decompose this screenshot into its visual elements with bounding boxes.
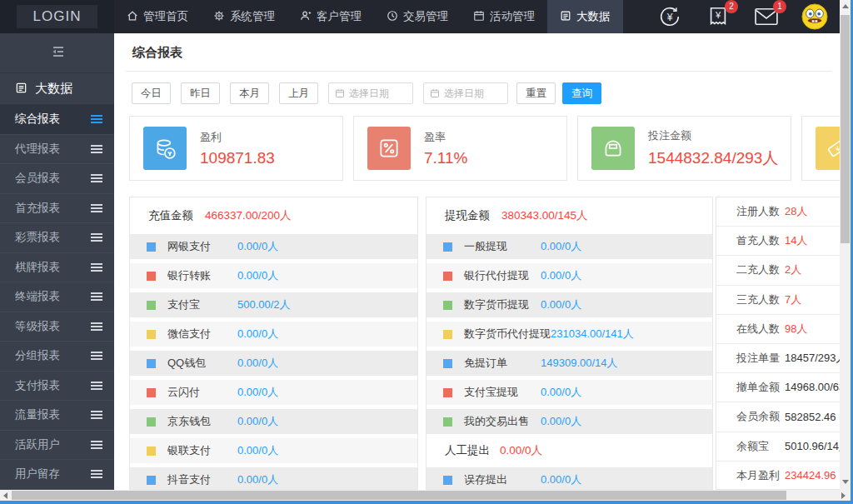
- main-content: 综合报表 今日 昨日 本月 上月 选择日期 选择日期 重置 查询 盈利 1098…: [114, 33, 840, 490]
- nav-item-label: 活动管理: [490, 9, 535, 24]
- summary-row: 余额宝 5010.96/14人: [716, 432, 840, 462]
- topbar-actions: ¥ ¥ 2 1: [656, 0, 828, 33]
- row-label: 投注单量: [736, 351, 785, 366]
- sidebar-collapse-button[interactable]: [0, 33, 114, 73]
- scroll-left-arrow-icon[interactable]: [3, 492, 7, 499]
- collapse-icon: [50, 45, 65, 62]
- legend-square: [147, 242, 156, 252]
- nav-item-label: 交易管理: [403, 9, 448, 24]
- nav-item-home[interactable]: 管理首页: [114, 0, 201, 33]
- row-label: 网银支付: [167, 239, 237, 254]
- menu-icon: [91, 145, 102, 147]
- sidebar-item-label: 等级报表: [15, 319, 60, 334]
- receipt-icon[interactable]: ¥ 2: [705, 3, 731, 30]
- sidebar-item-payment-report[interactable]: 支付报表: [0, 372, 114, 402]
- row-label: 云闪付: [167, 385, 237, 400]
- sidebar-item-traffic-report[interactable]: 流量报表: [0, 401, 114, 431]
- scroll-up-arrow-icon[interactable]: [842, 4, 849, 8]
- legend-square: [147, 359, 156, 368]
- nav-item-label: 客户管理: [317, 9, 362, 24]
- this-month-button[interactable]: 本月: [230, 82, 269, 104]
- calendar-icon: [430, 88, 440, 98]
- row-value: 5010.96/14人: [785, 439, 840, 454]
- table-row: 云闪付 0.00/0人: [130, 380, 417, 405]
- row-value: 0.00/0人: [237, 356, 278, 371]
- sidebar-item-label: 活跃用户: [15, 437, 60, 452]
- sidebar-item-label: 支付报表: [15, 378, 60, 393]
- row-label: 京东钱包: [167, 414, 237, 429]
- row-value: 0.00/0人: [541, 268, 581, 283]
- nav-item-customers[interactable]: 客户管理: [287, 0, 374, 33]
- sidebar-item-first-deposit-report[interactable]: 首充报表: [0, 194, 114, 224]
- scroll-right-arrow-icon[interactable]: [841, 492, 846, 499]
- partial-card: ¥: [801, 116, 840, 181]
- vertical-scrollbar[interactable]: [840, 0, 851, 490]
- vertical-scrollbar-thumb[interactable]: [841, 15, 850, 243]
- menu-icon: [91, 322, 102, 324]
- row-label: 微信支付: [167, 327, 237, 342]
- filter-toolbar: 今日 昨日 本月 上月 选择日期 选择日期 重置 查询: [132, 82, 840, 104]
- sidebar: 大数据 综合报表 代理报表 会员报表 首充报表 彩票报表 棋牌报表 终端报表 等…: [0, 33, 114, 490]
- sidebar-item-level-report[interactable]: 等级报表: [0, 312, 114, 342]
- summary-row: 二充人数 2人: [716, 256, 840, 285]
- nav-item-activities[interactable]: 活动管理: [461, 0, 547, 33]
- menu-icon: [91, 411, 102, 412]
- sidebar-item-user-retention[interactable]: 用户留存: [0, 460, 114, 490]
- query-button[interactable]: 查询: [562, 82, 601, 104]
- row-value: 7人: [785, 292, 801, 307]
- currency-refresh-icon[interactable]: ¥: [656, 3, 683, 30]
- reset-button[interactable]: 重置: [516, 82, 556, 104]
- sidebar-item-boardgame-report[interactable]: 棋牌报表: [0, 253, 114, 283]
- end-date-input[interactable]: 选择日期: [423, 82, 508, 104]
- legend-square: [147, 447, 156, 456]
- menu-icon: [91, 470, 102, 472]
- row-value: 234424.96: [785, 469, 836, 482]
- legend-square: [443, 301, 452, 310]
- sidebar-item-member-report[interactable]: 会员报表: [0, 164, 114, 194]
- table-row: 银行代付提现 0.00/0人: [426, 263, 712, 288]
- mail-icon[interactable]: 1: [753, 3, 780, 30]
- row-value: 0.00/0人: [541, 385, 581, 400]
- yesterday-button[interactable]: 昨日: [181, 82, 220, 104]
- row-label: 数字货币代付提现: [464, 327, 551, 342]
- row-label: 一般提现: [464, 239, 541, 254]
- table-row: 京东钱包 0.00/0人: [130, 409, 417, 434]
- start-date-input[interactable]: 选择日期: [328, 82, 413, 104]
- row-label: 误存提出: [464, 472, 541, 487]
- row-label: 首充人数: [736, 233, 785, 248]
- sidebar-item-agent-report[interactable]: 代理报表: [0, 135, 114, 165]
- legend-square: [147, 301, 156, 310]
- row-label: 支付宝: [167, 297, 237, 312]
- row-label: 支付宝提现: [464, 385, 541, 400]
- row-label: 二充人数: [736, 262, 785, 277]
- table-row: QQ钱包 0.00/0人: [130, 351, 417, 376]
- legend-square: [147, 330, 156, 339]
- avatar[interactable]: [801, 3, 828, 30]
- today-button[interactable]: 今日: [132, 82, 171, 104]
- panel-title: 提现金额: [445, 208, 490, 223]
- date-placeholder: 选择日期: [444, 87, 484, 101]
- sidebar-item-group-report[interactable]: 分组报表: [0, 342, 114, 372]
- sidebar-item-comprehensive-report[interactable]: 综合报表: [0, 105, 114, 135]
- nav-item-bigdata[interactable]: 大数据: [547, 0, 623, 33]
- horizontal-scrollbar[interactable]: [0, 490, 851, 501]
- table-row: 银行转账 0.00/0人: [130, 263, 417, 288]
- table-row: 支付宝提现 0.00/0人: [426, 380, 712, 405]
- scroll-down-arrow-icon[interactable]: [842, 480, 849, 484]
- legend-square: [443, 272, 452, 281]
- nav-item-transactions[interactable]: 交易管理: [374, 0, 461, 33]
- horizontal-scrollbar-thumb[interactable]: [12, 491, 786, 500]
- menu-icon: [91, 233, 102, 235]
- row-value: 0.00/0人: [500, 443, 542, 458]
- table-row: 我的交易出售 0.00/0人: [426, 409, 712, 434]
- nav-item-system[interactable]: 系统管理: [201, 0, 287, 33]
- sidebar-item-label: 棋牌报表: [15, 260, 60, 275]
- legend-square: [443, 330, 452, 339]
- sidebar-item-label: 用户留存: [15, 467, 60, 482]
- sidebar-item-active-users[interactable]: 活跃用户: [0, 431, 114, 461]
- last-month-button[interactable]: 上月: [279, 82, 318, 104]
- sidebar-item-terminal-report[interactable]: 终端报表: [0, 282, 114, 312]
- row-label: 数字货币提现: [464, 297, 541, 312]
- logo-zone: LOGIN: [0, 0, 114, 33]
- sidebar-item-lottery-report[interactable]: 彩票报表: [0, 223, 114, 253]
